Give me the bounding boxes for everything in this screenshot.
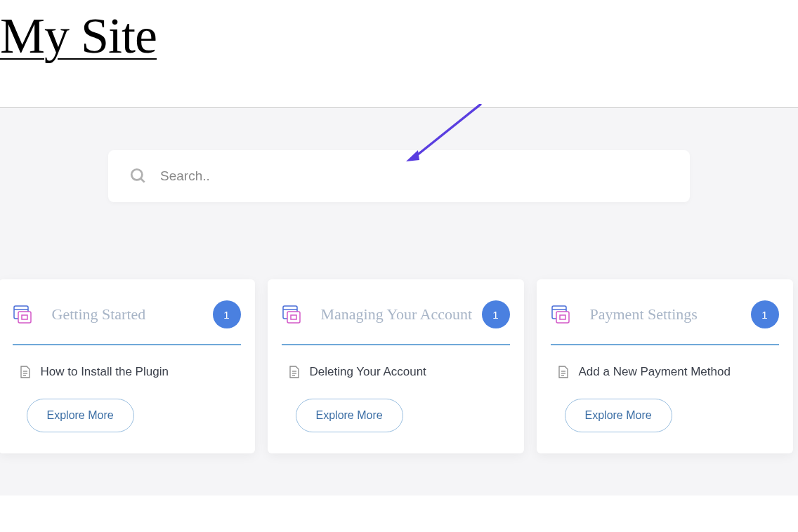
svg-line-4 — [140, 178, 144, 182]
card-title: Getting Started — [52, 305, 213, 324]
category-icon — [551, 305, 570, 324]
search-bar[interactable] — [108, 150, 690, 202]
article-title: Deleting Your Account — [310, 365, 426, 379]
card-article-link[interactable]: Deleting Your Account — [282, 365, 510, 379]
search-input[interactable] — [160, 168, 669, 184]
card-header: Managing Your Account 1 — [282, 300, 510, 345]
category-icon — [282, 305, 301, 324]
card-article-link[interactable]: How to Install the Plugin — [13, 365, 241, 379]
article-title: Add a New Payment Method — [579, 365, 731, 379]
card-header: Payment Settings 1 — [551, 300, 779, 345]
svg-rect-7 — [18, 312, 31, 323]
svg-rect-21 — [556, 312, 569, 323]
card-managing-account: Managing Your Account 1 Deleting Your Ac… — [268, 279, 524, 453]
count-badge: 1 — [482, 300, 510, 328]
site-header: My Site — [0, 0, 798, 65]
card-title: Payment Settings — [590, 305, 751, 324]
search-icon — [129, 167, 148, 185]
document-icon — [558, 366, 569, 378]
search-section — [0, 108, 798, 244]
explore-more-button[interactable]: Explore More — [27, 399, 134, 432]
card-getting-started: Getting Started 1 How to Install the Plu… — [0, 279, 255, 453]
explore-more-button[interactable]: Explore More — [565, 399, 672, 432]
category-icon — [13, 305, 32, 324]
site-title[interactable]: My Site — [0, 7, 798, 65]
explore-more-button[interactable]: Explore More — [296, 399, 403, 432]
count-badge: 1 — [213, 300, 241, 328]
document-icon — [20, 366, 31, 378]
cards-section: Getting Started 1 How to Install the Plu… — [0, 244, 798, 496]
count-badge: 1 — [751, 300, 779, 328]
document-icon — [289, 366, 300, 378]
card-article-link[interactable]: Add a New Payment Method — [551, 365, 779, 379]
card-header: Getting Started 1 — [13, 300, 241, 345]
card-payment-settings: Payment Settings 1 Add a New Payment Met… — [537, 279, 793, 453]
article-title: How to Install the Plugin — [41, 365, 169, 379]
svg-point-3 — [131, 169, 142, 180]
svg-rect-14 — [287, 312, 300, 323]
card-title: Managing Your Account — [321, 305, 482, 324]
